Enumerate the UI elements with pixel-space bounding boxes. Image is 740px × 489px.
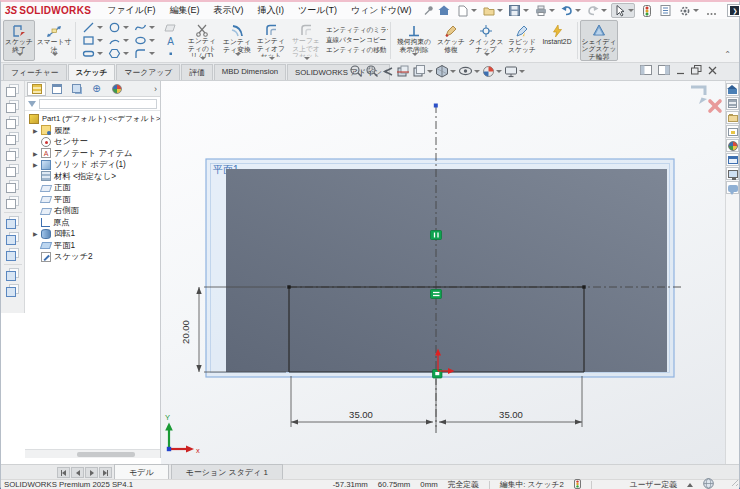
relation-badge-midpoint[interactable] (431, 290, 442, 299)
unit-system-caret-icon[interactable] (687, 483, 693, 487)
view-back-icon[interactable] (6, 116, 19, 129)
custom-properties-button[interactable] (726, 153, 739, 166)
hide-show-items-icon[interactable] (458, 65, 480, 77)
tree-item-front-plane[interactable]: 正面 (25, 182, 160, 194)
point-tool[interactable] (157, 47, 183, 60)
appearance-caret-icon[interactable] (496, 70, 502, 73)
circle-tool[interactable] (105, 21, 131, 34)
tree-item-sketch2[interactable]: スケッチ2 (25, 251, 160, 263)
new-document-caret-icon[interactable] (471, 9, 477, 12)
spline-caret-icon[interactable] (149, 26, 155, 29)
sketch-fillet-tool[interactable] (131, 47, 157, 60)
messages-button[interactable] (726, 181, 739, 194)
view-orientation-icon[interactable] (412, 64, 433, 78)
options-caret-icon[interactable] (693, 9, 699, 12)
rectangle-caret-icon[interactable] (97, 39, 103, 42)
appearances-scenes-button[interactable] (726, 139, 739, 152)
split-pane-right-icon[interactable] (658, 65, 670, 77)
tree-item-part-root[interactable]: Part1 (デフォルト) <<デフォルト>_表示状態 1 (25, 113, 160, 125)
tree-item-origin[interactable]: 原点 (25, 217, 160, 229)
instant2d-button[interactable]: Instant2D (539, 20, 575, 61)
split-horizontal-icon[interactable] (6, 268, 19, 281)
first-tab-icon[interactable] (57, 467, 70, 478)
ellipse-tool[interactable] (131, 34, 157, 47)
dimension-text-bottom-right[interactable]: 35.00 (499, 409, 523, 420)
solidworks-resources-button[interactable] (726, 83, 739, 96)
view-front-icon[interactable] (6, 100, 19, 113)
view-normal-to-icon[interactable] (6, 84, 19, 97)
tab-evaluate[interactable]: 評価 (181, 64, 213, 80)
toolbar-overflow-icon[interactable] (703, 4, 718, 17)
menu-view[interactable]: 表示(V) (211, 3, 245, 18)
ribbon-collapse-chevron-icon[interactable]: ⌃ (724, 50, 731, 59)
menu-file[interactable]: ファイル(F) (105, 3, 157, 18)
dimxpert-manager-tab[interactable]: ⊕ (87, 82, 106, 96)
next-tab-icon[interactable] (85, 467, 98, 478)
move-entities-button[interactable]: エンティティの移動 (324, 46, 388, 55)
file-explorer-button[interactable] (726, 111, 739, 124)
smart-dimension-button[interactable]: スマート寸法 (35, 20, 73, 61)
print-icon[interactable] (533, 4, 548, 17)
tab-markup[interactable]: マークアップ (116, 64, 180, 80)
zoom-to-area-icon[interactable] (365, 64, 379, 78)
relations-caret-icon[interactable] (412, 53, 418, 56)
filter-funnel-icon[interactable] (28, 101, 36, 107)
redo-icon[interactable] (585, 4, 600, 17)
save-icon[interactable] (507, 4, 522, 17)
tab-sketch[interactable]: スケッチ (68, 64, 116, 80)
expand-caret-icon[interactable]: ▶ (33, 230, 38, 237)
arc-tool[interactable] (105, 34, 131, 47)
open-folder-icon[interactable] (481, 4, 496, 17)
redo-caret-icon[interactable] (601, 9, 607, 12)
feature-manager-tree-tab[interactable] (27, 82, 46, 96)
panel-tabs-overflow-icon[interactable]: › (154, 84, 157, 94)
relation-badge-vertical[interactable] (431, 231, 442, 240)
solid-body-face[interactable] (226, 169, 667, 372)
view-left-icon[interactable] (6, 132, 19, 145)
exit-sketch-caret-icon[interactable] (17, 53, 23, 56)
tree-item-annotations[interactable]: ▶Aアノテート アイテム (25, 148, 160, 160)
hide-show-caret-icon[interactable] (474, 70, 480, 73)
home-icon[interactable] (436, 4, 451, 17)
file-properties-icon[interactable] (658, 4, 673, 17)
display-manager-tab[interactable] (107, 82, 126, 96)
exit-sketch-button[interactable]: スケッチ終了 (3, 20, 35, 61)
line-tool[interactable] (79, 21, 105, 34)
options-gear-icon[interactable] (677, 4, 692, 17)
quick-snaps-caret-icon[interactable] (484, 53, 490, 56)
view-palette-button[interactable] (726, 125, 739, 138)
spline-tool[interactable] (131, 21, 157, 34)
convert-caret-icon[interactable] (235, 53, 241, 56)
section-view-tool-icon[interactable] (6, 216, 19, 229)
menu-insert[interactable]: 挿入(I) (255, 3, 286, 18)
confirm-exit-sketch-icon[interactable] (691, 87, 707, 104)
tree-item-sensors[interactable]: センサー (25, 136, 160, 148)
offset-entities-button[interactable]: エンティティオフセット (254, 20, 288, 61)
zoom-to-fit-icon[interactable] (349, 64, 363, 78)
select-caret-icon[interactable] (628, 9, 634, 12)
sketch-vertex[interactable] (287, 285, 290, 288)
offset-caret-icon[interactable] (269, 57, 275, 60)
display-style-tool-icon[interactable] (6, 248, 19, 261)
display-style-icon[interactable] (435, 64, 456, 78)
configuration-manager-tab[interactable] (67, 82, 86, 96)
menu-window[interactable]: ウィンドウ(W) (349, 3, 414, 18)
open-caret-icon[interactable] (497, 9, 503, 12)
graphics-viewport[interactable]: 平面1 (161, 81, 727, 464)
display-delete-relations-button[interactable]: 幾何拘束の表示/削除 (393, 20, 435, 61)
display-style-caret-icon[interactable] (450, 70, 456, 73)
view-orientation-caret-icon[interactable] (427, 70, 433, 73)
tree-item-top-plane[interactable]: 平面 (25, 194, 160, 206)
tree-filter-input[interactable] (39, 99, 157, 109)
sketch-vertex[interactable] (582, 285, 585, 288)
edit-appearance-icon[interactable] (482, 65, 502, 78)
undo-caret-icon[interactable] (575, 9, 581, 12)
tree-item-revolve1[interactable]: ▶回転1 (25, 228, 160, 240)
print-caret-icon[interactable] (549, 9, 555, 12)
doc-minimize-icon[interactable] (676, 66, 685, 77)
quick-snaps-button[interactable]: クイックスナップ (467, 20, 505, 61)
expand-caret-icon[interactable]: ▶ (33, 150, 38, 157)
rapid-sketch-button[interactable]: ラピッドスケッチ (505, 20, 539, 61)
new-document-icon[interactable] (455, 4, 470, 17)
convert-entities-button[interactable]: エンティティ変換 (220, 20, 254, 61)
